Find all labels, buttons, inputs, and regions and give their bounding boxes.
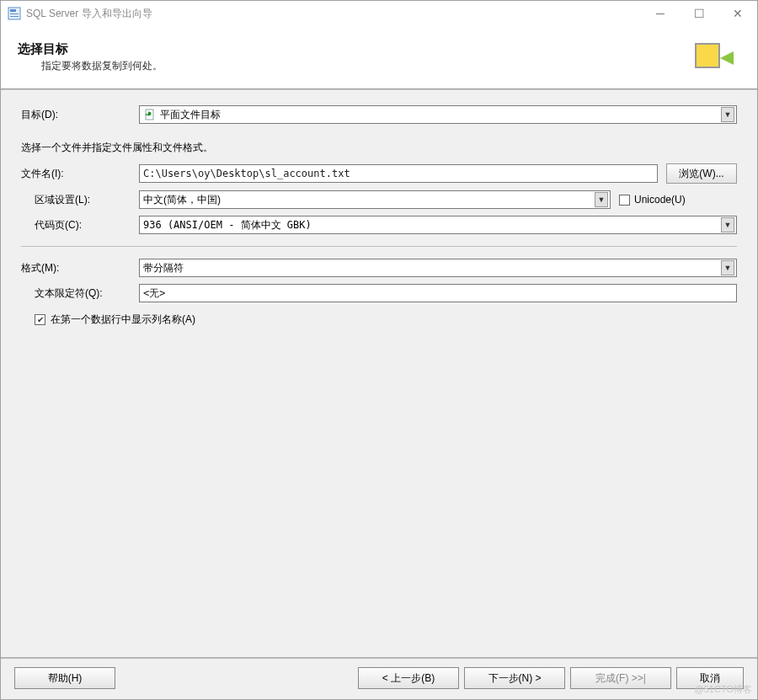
qualifier-input[interactable] [139, 284, 737, 302]
svg-rect-1 [10, 9, 16, 12]
destination-select[interactable]: 平面文件目标 ▼ [139, 105, 737, 124]
filename-label: 文件名(I): [21, 167, 139, 181]
chevron-down-icon: ▼ [721, 260, 734, 275]
first-row-columns-label: 在第一个数据行中显示列名称(A) [51, 313, 195, 327]
unicode-checkbox[interactable] [619, 195, 630, 206]
next-button[interactable]: 下一步(N) > [464, 667, 565, 689]
chevron-down-icon: ▼ [721, 107, 734, 122]
destination-label: 目标(D): [21, 108, 139, 122]
page-title: 选择目标 [18, 41, 690, 57]
finish-button: 完成(F) >>| [570, 667, 671, 689]
filename-input[interactable] [139, 164, 658, 183]
unicode-label: Unicode(U) [634, 194, 686, 206]
section-divider [21, 246, 737, 247]
titlebar: SQL Server 导入和导出向导 ─ ☐ ✕ [1, 1, 757, 26]
page-subtitle: 指定要将数据复制到何处。 [18, 59, 690, 73]
locale-label: 区域设置(L): [21, 193, 139, 207]
flat-file-icon [143, 108, 157, 121]
first-row-columns-checkbox[interactable] [35, 314, 45, 325]
wizard-header: 选择目标 指定要将数据复制到何处。 [1, 26, 757, 88]
minimize-button[interactable]: ─ [641, 1, 680, 26]
codepage-label: 代码页(C): [21, 218, 139, 232]
wizard-icon [690, 36, 740, 78]
maximize-button[interactable]: ☐ [680, 1, 718, 26]
codepage-value: 936 (ANSI/OEM - 简体中文 GBK) [143, 218, 721, 232]
destination-value: 平面文件目标 [160, 108, 721, 122]
wizard-window: SQL Server 导入和导出向导 ─ ☐ ✕ 选择目标 指定要将数据复制到何… [0, 0, 758, 700]
file-prompt-text: 选择一个文件并指定文件属性和文件格式。 [21, 141, 737, 155]
app-icon [8, 7, 21, 20]
chevron-down-icon: ▼ [721, 217, 734, 232]
close-button[interactable]: ✕ [718, 1, 757, 26]
back-button[interactable]: < 上一步(B) [358, 667, 459, 689]
wizard-footer: 帮助(H) < 上一步(B) 下一步(N) > 完成(F) >>| 取消 [1, 657, 757, 699]
window-title: SQL Server 导入和导出向导 [26, 7, 152, 21]
svg-rect-2 [10, 13, 19, 14]
browse-button[interactable]: 浏览(W)... [666, 163, 737, 184]
svg-rect-3 [10, 16, 19, 17]
wizard-content: 目标(D): 平面文件目标 ▼ 选择一个文件并指定文件属性和文件格式。 文件名(… [1, 90, 757, 657]
codepage-select[interactable]: 936 (ANSI/OEM - 简体中文 GBK) ▼ [139, 216, 737, 234]
locale-value: 中文(简体，中国) [143, 193, 595, 207]
locale-select[interactable]: 中文(简体，中国) ▼ [139, 190, 611, 209]
qualifier-label: 文本限定符(Q): [21, 286, 139, 301]
format-value: 带分隔符 [143, 261, 721, 275]
help-button[interactable]: 帮助(H) [14, 667, 115, 689]
chevron-down-icon: ▼ [595, 192, 608, 207]
format-select[interactable]: 带分隔符 ▼ [139, 259, 737, 277]
format-label: 格式(M): [21, 261, 139, 275]
window-controls: ─ ☐ ✕ [641, 1, 757, 26]
cancel-button[interactable]: 取消 [676, 667, 744, 689]
